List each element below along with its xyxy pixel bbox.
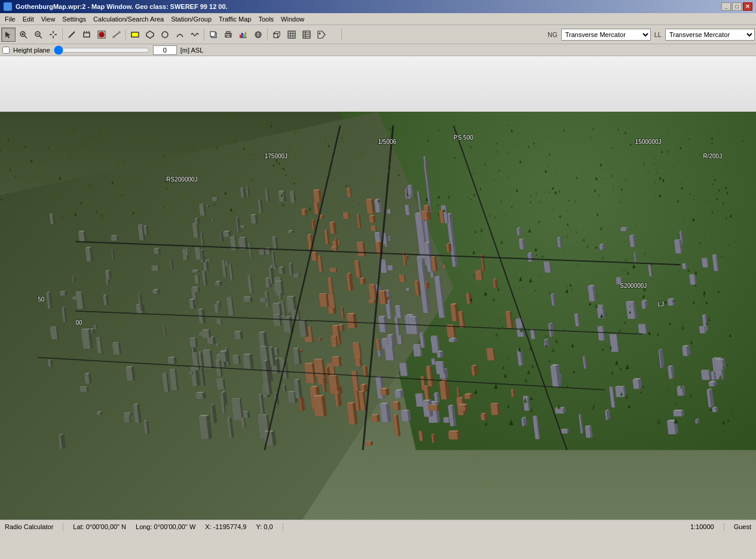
toolbar: NG Transverse Mercator LL Transverse Mer…	[0, 25, 756, 44]
3d-view-button[interactable]	[270, 27, 284, 42]
svg-line-1	[25, 36, 27, 38]
svg-rect-12	[84, 33, 90, 37]
arc-button[interactable]	[173, 27, 187, 42]
svg-rect-20	[131, 32, 139, 37]
station-button[interactable]	[94, 27, 109, 42]
menu-bar: File Edit View Settings Calculation/Sear…	[0, 13, 756, 25]
map-viewport[interactable]	[0, 56, 756, 520]
svg-line-11	[69, 32, 75, 38]
svg-rect-24	[210, 32, 215, 36]
svg-point-53	[319, 32, 321, 34]
pan-button[interactable]	[46, 27, 60, 42]
menu-calc[interactable]: Calculation/Search Area	[90, 14, 167, 24]
status-sep-1	[63, 523, 63, 531]
height-plane-label: Height plane	[13, 47, 50, 54]
status-sep-2	[283, 523, 283, 531]
status-lat: Lat: 0°00'00,00" N	[73, 523, 126, 530]
line-tool-button[interactable]	[65, 27, 79, 42]
globe-button[interactable]	[251, 27, 265, 42]
svg-point-28	[229, 34, 231, 35]
window-title: GothenburgMap.wpr:2 - Map Window. Geo cl…	[16, 3, 228, 10]
svg-rect-32	[245, 32, 246, 38]
maximize-button[interactable]: □	[732, 2, 742, 11]
height-plane-bar: Height plane 0 [m] ASL	[0, 44, 756, 56]
svg-point-22	[162, 32, 168, 38]
status-x: X: -1195774,9	[205, 523, 246, 530]
svg-rect-43	[288, 31, 295, 38]
menu-station[interactable]: Station/Group	[167, 14, 215, 24]
measure-button[interactable]	[109, 27, 124, 42]
svg-marker-21	[146, 31, 154, 38]
toolbar-view	[270, 27, 329, 42]
grid-view-button[interactable]	[284, 27, 299, 42]
area-select-button[interactable]	[79, 27, 94, 42]
square-button[interactable]	[128, 27, 142, 42]
chart-button[interactable]	[236, 27, 250, 42]
copy-button[interactable]	[206, 27, 221, 42]
toolbar-sep-1	[62, 29, 63, 41]
toolbar-shapes	[128, 27, 202, 42]
select-tool-button[interactable]	[1, 27, 16, 42]
title-bar: GothenburgMap.wpr:2 - Map Window. Geo cl…	[0, 0, 756, 13]
ll-projection-select[interactable]: Transverse Mercator	[665, 29, 755, 41]
svg-rect-30	[241, 33, 243, 38]
minimize-button[interactable]: _	[721, 2, 731, 11]
zoom-in-button[interactable]	[16, 27, 30, 42]
toolbar-actions	[206, 27, 265, 42]
menu-tools[interactable]: Tools	[255, 14, 277, 24]
svg-rect-26	[227, 32, 230, 33]
map-canvas[interactable]	[0, 56, 756, 520]
status-user: Guest	[734, 523, 751, 530]
ng-projection-select[interactable]: Transverse Mercator	[561, 29, 651, 41]
height-plane-checkbox[interactable]	[2, 47, 10, 54]
status-y: Y: 0,0	[256, 523, 273, 530]
wave-button[interactable]	[188, 27, 202, 42]
svg-rect-39	[274, 33, 278, 38]
status-lon: Long: 0°00'00,00" W	[136, 523, 195, 530]
status-bar: Radio Calculator Lat: 0°00'00,00" N Long…	[0, 520, 756, 533]
svg-rect-27	[227, 35, 230, 37]
height-plane-value: 0	[153, 45, 177, 55]
svg-point-18	[112, 36, 115, 38]
tag-button[interactable]	[314, 27, 329, 42]
svg-rect-29	[240, 35, 241, 38]
menu-window[interactable]: Window	[277, 14, 308, 24]
status-scale: 1:10000	[690, 523, 714, 530]
toolbar-sep-4	[267, 29, 268, 41]
zoom-out-button[interactable]	[31, 27, 45, 42]
height-plane-slider[interactable]	[54, 47, 149, 54]
app-icon	[4, 2, 12, 11]
circle-button[interactable]	[158, 27, 172, 42]
menu-file[interactable]: File	[1, 14, 19, 24]
status-mode: Radio Calculator	[5, 523, 53, 530]
toolbar-sep-right	[341, 29, 342, 41]
toolbar-navigation	[1, 27, 60, 42]
status-sep-3	[724, 523, 724, 531]
menu-trafficmap[interactable]: Traffic Map	[215, 14, 255, 24]
ll-label: LL	[653, 31, 663, 38]
svg-line-5	[39, 36, 42, 38]
toolbar-draw	[65, 27, 124, 42]
svg-rect-31	[243, 33, 244, 38]
ng-label: NG	[546, 31, 559, 38]
print-button[interactable]	[221, 27, 235, 42]
title-bar-controls[interactable]: _ □ ✕	[721, 2, 752, 11]
close-button[interactable]: ✕	[743, 2, 752, 11]
svg-point-19	[118, 31, 121, 33]
menu-view[interactable]: View	[38, 14, 59, 24]
toolbar-sep-3	[204, 29, 204, 41]
polygon-button[interactable]	[143, 27, 157, 42]
table-view-button[interactable]	[299, 27, 314, 42]
menu-settings[interactable]: Settings	[59, 14, 90, 24]
toolbar-right: NG Transverse Mercator LL Transverse Mer…	[546, 29, 755, 41]
menu-edit[interactable]: Edit	[19, 14, 38, 24]
height-plane-unit: [m] ASL	[180, 47, 204, 54]
toolbar-sep-2	[126, 29, 126, 41]
title-bar-left: GothenburgMap.wpr:2 - Map Window. Geo cl…	[4, 2, 228, 11]
